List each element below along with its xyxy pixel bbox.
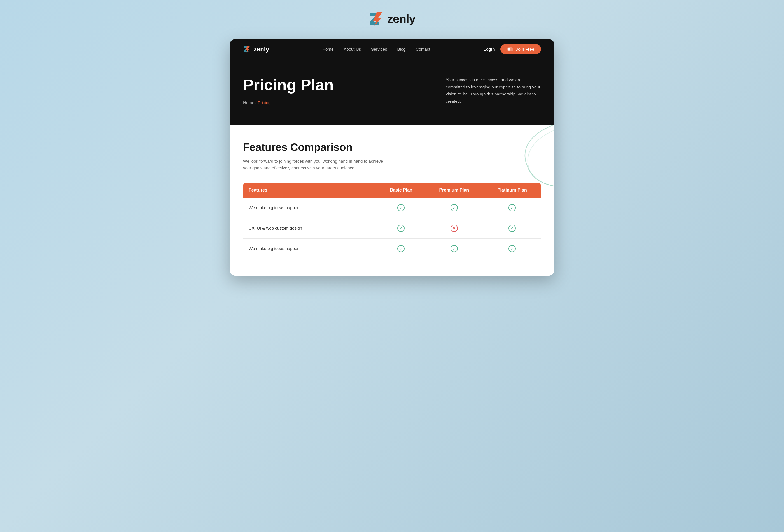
nav-item-about[interactable]: About Us — [343, 47, 361, 52]
check-icon-premium-3: ✓ — [450, 245, 458, 253]
check-circle-green: ✓ — [508, 225, 516, 232]
check-icon-basic-3: ✓ — [397, 245, 405, 253]
top-logo-area: zenly — [6, 11, 778, 28]
table-row: We make big ideas happen ✓ ✓ ✓ — [243, 198, 541, 218]
nav-link-blog[interactable]: Blog — [397, 47, 406, 52]
nav-item-services[interactable]: Services — [371, 47, 387, 52]
breadcrumb-home[interactable]: Home — [243, 100, 254, 105]
premium-cross-2: ✕ — [425, 218, 483, 238]
feature-label: We make big ideas happen — [243, 198, 377, 218]
check-circle-red: ✕ — [450, 225, 458, 232]
hero-description: Your success is our success, and we are … — [446, 76, 541, 105]
navbar: zenly Home About Us Services Blog Contac… — [230, 39, 554, 59]
platinum-check-1: ✓ — [483, 198, 541, 218]
check-circle-green: ✓ — [508, 245, 516, 252]
check-circle-green: ✓ — [397, 245, 404, 252]
top-logo-icon — [369, 11, 385, 27]
nav-link-about[interactable]: About Us — [343, 47, 361, 52]
navbar-logo-text: zenly — [254, 46, 269, 53]
navbar-logo[interactable]: zenly — [243, 45, 269, 54]
breadcrumb-separator: / — [255, 100, 258, 105]
features-comparison-title: Features Comparison — [243, 141, 541, 153]
nav-link-home[interactable]: Home — [322, 47, 334, 52]
comparison-table: Features Basic Plan Premium Plan Platinu… — [243, 183, 541, 259]
table-row: We make big ideas happen ✓ ✓ ✓ — [243, 238, 541, 259]
check-circle-green: ✓ — [397, 204, 404, 212]
hero-section: Pricing Plan Home / Pricing Your success… — [230, 59, 554, 124]
check-circle-green: ✓ — [450, 245, 458, 252]
check-icon-premium-1: ✓ — [450, 204, 458, 212]
platinum-check-3: ✓ — [483, 238, 541, 259]
table-header: Features Basic Plan Premium Plan Platinu… — [243, 183, 541, 198]
check-icon-platinum-3: ✓ — [508, 245, 516, 253]
feature-label: UX, UI & web custom design — [243, 218, 377, 238]
hero-right: Your success is our success, and we are … — [446, 76, 541, 105]
basic-check-1: ✓ — [377, 198, 425, 218]
check-circle-green: ✓ — [450, 204, 458, 212]
col-header-features: Features — [243, 183, 377, 198]
login-button[interactable]: Login — [483, 47, 495, 52]
decorative-curve — [498, 124, 554, 186]
content-section: Features Comparison We look forward to j… — [230, 124, 554, 276]
premium-check-1: ✓ — [425, 198, 483, 218]
col-header-premium: Premium Plan — [425, 183, 483, 198]
navbar-actions: Login Join Free — [483, 44, 541, 54]
nav-item-contact[interactable]: Contact — [416, 47, 430, 52]
feature-label: We make big ideas happen — [243, 238, 377, 259]
nav-link-contact[interactable]: Contact — [416, 47, 430, 52]
nav-item-blog[interactable]: Blog — [397, 47, 406, 52]
col-header-basic: Basic Plan — [377, 183, 425, 198]
cross-icon-premium-2: ✕ — [450, 224, 458, 232]
navbar-nav: Home About Us Services Blog Contact — [322, 47, 430, 52]
basic-check-3: ✓ — [377, 238, 425, 259]
breadcrumb: Home / Pricing — [243, 100, 446, 105]
table-header-row: Features Basic Plan Premium Plan Platinu… — [243, 183, 541, 198]
check-icon-basic-2: ✓ — [397, 224, 405, 232]
nav-item-home[interactable]: Home — [322, 47, 334, 52]
platinum-check-2: ✓ — [483, 218, 541, 238]
breadcrumb-current: Pricing — [258, 100, 271, 105]
check-circle-green: ✓ — [508, 204, 516, 212]
table-body: We make big ideas happen ✓ ✓ ✓ — [243, 198, 541, 259]
check-icon-platinum-2: ✓ — [508, 224, 516, 232]
hero-title: Pricing Plan — [243, 76, 446, 93]
premium-check-3: ✓ — [425, 238, 483, 259]
navbar-logo-icon — [243, 45, 251, 54]
join-free-label: Join Free — [515, 47, 534, 52]
top-logo-wrapper: zenly — [369, 11, 415, 27]
nav-link-services[interactable]: Services — [371, 47, 387, 52]
top-logo-text: zenly — [387, 12, 415, 26]
features-comparison-subtitle: We look forward to joining forces with y… — [243, 158, 383, 171]
hero-left: Pricing Plan Home / Pricing — [243, 76, 446, 105]
toggle-icon — [507, 47, 513, 51]
table-row: UX, UI & web custom design ✓ ✕ ✓ — [243, 218, 541, 238]
check-circle-green: ✓ — [397, 225, 404, 232]
join-free-button[interactable]: Join Free — [500, 44, 541, 54]
main-card: zenly Home About Us Services Blog Contac… — [230, 39, 554, 276]
check-icon-basic-1: ✓ — [397, 204, 405, 212]
check-icon-platinum-1: ✓ — [508, 204, 516, 212]
basic-check-2: ✓ — [377, 218, 425, 238]
